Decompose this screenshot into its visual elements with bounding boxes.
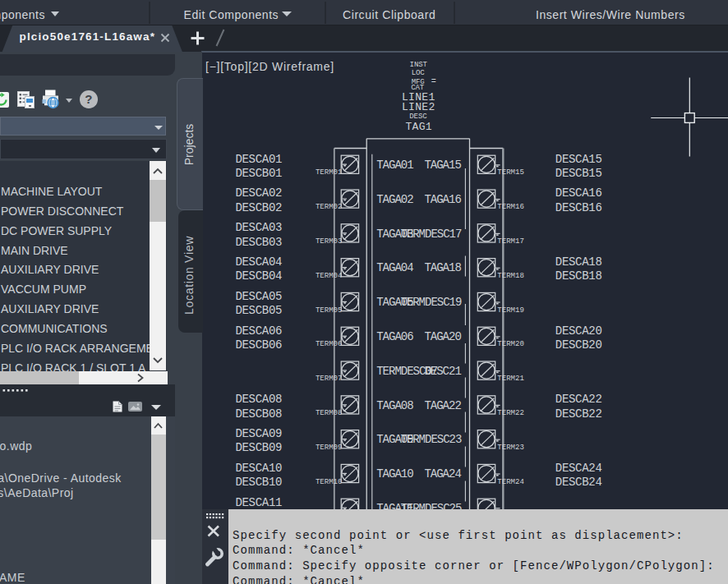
svg-text:TAGA01: TAGA01 <box>376 159 413 172</box>
svg-text:TAG1: TAG1 <box>405 121 432 133</box>
svg-text:DESCA16: DESCA16 <box>555 186 602 200</box>
svg-text:TERM02: TERM02 <box>316 203 343 211</box>
svg-text:DESCB03: DESCB03 <box>235 236 282 249</box>
svg-text:DESC21: DESC21 <box>424 365 461 378</box>
svg-text:TERM18: TERM18 <box>497 272 524 280</box>
svg-text:TAGA06: TAGA06 <box>376 330 413 343</box>
svg-text:TERM05: TERM05 <box>316 306 343 315</box>
svg-text:TERM22: TERM22 <box>497 409 524 417</box>
svg-text:TERM08: TERM08 <box>316 409 343 417</box>
svg-text:TERM04: TERM04 <box>316 272 343 280</box>
svg-text:DESCA22: DESCA22 <box>555 393 602 406</box>
svg-text:=: = <box>431 77 436 86</box>
svg-text:LOC: LOC <box>412 69 426 77</box>
svg-text:DESCA18: DESCA18 <box>555 255 602 269</box>
svg-text:DESCA05: DESCA05 <box>235 290 282 303</box>
svg-text:DESCB01: DESCB01 <box>235 167 282 180</box>
svg-text:TERM16: TERM16 <box>497 203 524 211</box>
svg-text:TERMDESC19: TERMDESC19 <box>400 296 462 309</box>
svg-text:TAGA20: TAGA20 <box>424 330 461 343</box>
svg-text:DESCA02: DESCA02 <box>235 186 282 200</box>
svg-text:TERMDESC23: TERMDESC23 <box>400 433 462 446</box>
svg-text:LINE2: LINE2 <box>402 101 435 113</box>
svg-text:DESCA15: DESCA15 <box>555 153 602 166</box>
svg-text:TERM01: TERM01 <box>316 168 343 177</box>
svg-text:TERM24: TERM24 <box>497 478 524 486</box>
svg-text:TERM17: TERM17 <box>497 237 524 246</box>
svg-text:TAGA02: TAGA02 <box>376 193 413 206</box>
svg-text:TAGA04: TAGA04 <box>376 261 413 274</box>
svg-text:DESCB10: DESCB10 <box>235 476 282 489</box>
svg-text:DESCA20: DESCA20 <box>555 324 602 338</box>
svg-text:TERM23: TERM23 <box>497 444 524 452</box>
svg-text:TERM21: TERM21 <box>497 375 524 383</box>
svg-text:DESCA03: DESCA03 <box>235 221 282 234</box>
svg-text:TERMDESC17: TERMDESC17 <box>400 228 462 241</box>
svg-text:TERM07: TERM07 <box>316 375 343 383</box>
svg-text:DESCA04: DESCA04 <box>235 255 282 269</box>
svg-text:TERM09: TERM09 <box>316 444 343 452</box>
svg-text:TERM06: TERM06 <box>316 340 343 348</box>
svg-text:TAGA18: TAGA18 <box>424 261 461 274</box>
svg-text:DESCB15: DESCB15 <box>555 167 602 180</box>
svg-text:DESCB20: DESCB20 <box>555 338 602 352</box>
svg-text:TERM10: TERM10 <box>316 478 343 486</box>
svg-text:TERM20: TERM20 <box>497 340 524 348</box>
svg-text:DESCB02: DESCB02 <box>235 201 282 214</box>
svg-text:DESCB05: DESCB05 <box>235 304 282 317</box>
svg-text:TAGA08: TAGA08 <box>376 399 413 412</box>
svg-text:DESCB08: DESCB08 <box>235 407 282 421</box>
svg-text:DESCA08: DESCA08 <box>235 393 282 406</box>
svg-text:TAGA16: TAGA16 <box>424 193 461 206</box>
svg-text:TERM15: TERM15 <box>497 168 524 177</box>
svg-text:DESCB24: DESCB24 <box>555 476 602 489</box>
svg-text:DESCA09: DESCA09 <box>235 427 282 440</box>
svg-text:DESCA10: DESCA10 <box>235 462 282 475</box>
svg-text:TAGA24: TAGA24 <box>424 467 461 481</box>
svg-text:TAGA15: TAGA15 <box>424 159 461 172</box>
svg-text:TERM19: TERM19 <box>497 306 524 315</box>
svg-text:DESCB18: DESCB18 <box>555 269 602 283</box>
svg-text:DESC: DESC <box>409 113 427 121</box>
svg-text:DESCA24: DESCA24 <box>555 462 602 475</box>
svg-text:INST: INST <box>410 61 428 69</box>
svg-text:DESCA01: DESCA01 <box>235 153 282 166</box>
svg-text:TAGA10: TAGA10 <box>376 467 413 481</box>
svg-text:DESCA11: DESCA11 <box>235 496 282 509</box>
svg-text:TAGA22: TAGA22 <box>424 399 461 412</box>
svg-text:TERM03: TERM03 <box>316 237 343 246</box>
svg-text:DESCB04: DESCB04 <box>235 269 282 283</box>
svg-text:DESCB16: DESCB16 <box>555 201 602 214</box>
svg-text:DESCB22: DESCB22 <box>555 407 602 421</box>
svg-text:DESCA06: DESCA06 <box>235 324 282 338</box>
svg-text:DESCB09: DESCB09 <box>235 441 282 454</box>
svg-text:DESCB06: DESCB06 <box>235 338 282 352</box>
